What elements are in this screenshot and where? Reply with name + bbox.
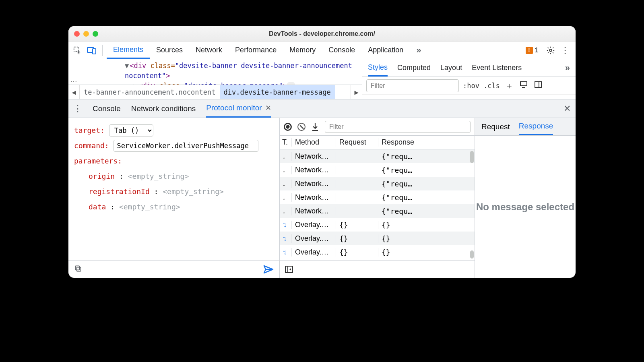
svg-rect-2 <box>93 49 96 54</box>
svg-rect-7 <box>77 267 81 271</box>
styles-toolbar: :hov .cls ＋ <box>362 77 576 95</box>
record-icon[interactable] <box>284 123 292 131</box>
param-data-value[interactable]: <empty_string> <box>119 203 180 211</box>
table-row[interactable]: ↓Network…{"requ… <box>280 204 475 218</box>
drawer-tab-console[interactable]: Console <box>93 99 121 118</box>
breadcrumb-scroll-left[interactable]: ◀ <box>68 85 80 99</box>
tab-sources[interactable]: Sources <box>150 41 189 59</box>
tab-memory[interactable]: Memory <box>283 41 322 59</box>
scrollbar-thumb[interactable] <box>470 250 474 259</box>
col-response[interactable]: Response <box>378 138 475 147</box>
command-label: command: <box>74 141 109 150</box>
styles-filter-input[interactable] <box>366 79 459 92</box>
tab-performance[interactable]: Performance <box>229 41 283 59</box>
response-tab[interactable]: Response <box>519 118 553 135</box>
svg-rect-4 <box>520 82 527 86</box>
breadcrumb-scroll-right[interactable]: ▶ <box>351 85 362 99</box>
send-icon[interactable] <box>263 265 274 274</box>
table-row[interactable]: ↓Network…{"requ… <box>280 177 475 190</box>
request-tab[interactable]: Request <box>481 122 510 131</box>
traffic-lights <box>74 31 98 37</box>
close-drawer-icon[interactable]: ✕ <box>564 103 571 114</box>
breadcrumbs: ◀ te-banner-announcement.nocontent div.d… <box>68 85 362 99</box>
response-empty-message: No message selected <box>475 136 576 278</box>
drawer-more-icon[interactable]: ⋮ <box>73 103 82 114</box>
drawer-tab-protocol-monitor[interactable]: Protocol monitor ✕ <box>206 99 271 118</box>
parameters-label: parameters: <box>74 157 122 165</box>
tabs-overflow[interactable]: » <box>410 41 427 59</box>
table-body[interactable]: ↓Network…{"requ…↓Network…{"requ…↓Network… <box>280 149 475 260</box>
param-registrationid-label: registrationId <box>89 187 150 196</box>
protocol-filter-input[interactable] <box>325 121 471 133</box>
table-row[interactable]: ↓Network…{"requ… <box>280 190 475 204</box>
titlebar: DevTools - developer.chrome.com/ <box>68 26 576 41</box>
styles-tab-styles[interactable]: Styles <box>368 59 388 77</box>
issues-badge[interactable]: ! 1 <box>526 46 539 54</box>
svg-rect-5 <box>535 82 541 87</box>
scrollbar-thumb[interactable] <box>470 151 474 163</box>
command-footer <box>68 260 279 278</box>
copy-icon[interactable] <box>74 265 82 274</box>
tab-elements[interactable]: Elements <box>107 41 150 59</box>
close-tab-icon[interactable]: ✕ <box>265 103 271 112</box>
table-row[interactable]: ↓Network…{"requ… <box>280 149 475 163</box>
breadcrumb-item-selected[interactable]: div.devsite-banner-message <box>220 85 335 99</box>
main-tabbar: Elements Sources Network Performance Mem… <box>68 41 576 59</box>
clear-icon[interactable] <box>297 123 305 131</box>
inspect-element-icon[interactable] <box>71 44 84 57</box>
col-request[interactable]: Request <box>336 138 378 147</box>
cls-toggle[interactable]: .cls <box>483 82 500 90</box>
breadcrumb-item[interactable]: te-banner-announcement.nocontent <box>80 85 220 99</box>
drawer-tab-network-conditions[interactable]: Network conditions <box>131 99 196 118</box>
param-origin-label: origin <box>89 172 115 180</box>
command-editor: target: Tab () command: parameters: orig… <box>68 118 280 278</box>
truncation-icon: … <box>70 75 78 84</box>
new-style-rule-icon[interactable]: ＋ <box>504 80 514 92</box>
zoom-window-button[interactable] <box>93 31 98 37</box>
styles-tabs-overflow[interactable]: » <box>565 63 570 73</box>
styles-tab-computed[interactable]: Computed <box>397 64 431 72</box>
devtools-window: DevTools - developer.chrome.com/ Element… <box>68 26 576 278</box>
warning-icon: ! <box>526 47 533 54</box>
param-origin-value[interactable]: <empty_string> <box>128 172 189 180</box>
styles-tab-eventlisteners[interactable]: Event Listeners <box>472 64 522 72</box>
col-method[interactable]: Method <box>292 138 336 147</box>
toggle-sidebar-icon[interactable] <box>533 81 543 90</box>
protocol-monitor-panel: target: Tab () command: parameters: orig… <box>68 118 576 278</box>
table-row[interactable]: ↑↓Overlay.…{}{} <box>280 232 475 245</box>
protocol-table-pane: T. Method Request Response ↓Network…{"re… <box>280 118 475 278</box>
svg-point-3 <box>549 49 552 52</box>
styles-tab-layout[interactable]: Layout <box>440 64 462 72</box>
param-data-label: data <box>89 203 106 211</box>
dom-tree[interactable]: ▼<div class="devsite-banner devsite-bann… <box>68 59 362 85</box>
protocol-footer <box>280 260 475 278</box>
main-tabs: Elements Sources Network Performance Mem… <box>107 41 524 59</box>
response-tabs: Request Response <box>475 118 576 136</box>
settings-gear-icon[interactable] <box>544 44 557 57</box>
svg-rect-10 <box>285 266 293 273</box>
hov-toggle[interactable]: :hov <box>463 82 479 90</box>
target-label: target: <box>74 126 105 134</box>
param-registrationid-value[interactable]: <empty_string> <box>163 187 224 196</box>
table-row[interactable]: ↓Network…{"requ… <box>280 163 475 177</box>
table-row[interactable]: ↑↓Overlay.…{}{} <box>280 218 475 232</box>
command-input[interactable] <box>114 140 258 152</box>
target-select[interactable]: Tab () <box>109 124 153 137</box>
tab-application[interactable]: Application <box>361 41 410 59</box>
col-type[interactable]: T. <box>280 138 292 147</box>
close-window-button[interactable] <box>74 31 80 37</box>
computed-styles-icon[interactable] <box>518 81 529 90</box>
tab-network[interactable]: Network <box>189 41 229 59</box>
more-menu-icon[interactable]: ⋮ <box>559 44 572 57</box>
response-pane: Request Response No message selected <box>475 118 576 278</box>
issues-count: 1 <box>535 46 539 54</box>
collapse-sidebar-icon[interactable] <box>285 265 293 273</box>
device-toolbar-icon[interactable] <box>85 44 98 57</box>
table-header: T. Method Request Response <box>280 136 475 149</box>
tab-console[interactable]: Console <box>322 41 361 59</box>
download-icon[interactable] <box>311 122 319 131</box>
table-row[interactable]: ↑↓Overlay.…{}{} <box>280 245 475 259</box>
minimize-window-button[interactable] <box>83 31 89 37</box>
protocol-toolbar <box>280 118 475 136</box>
styles-pane: Styles Computed Layout Event Listeners »… <box>362 59 576 99</box>
